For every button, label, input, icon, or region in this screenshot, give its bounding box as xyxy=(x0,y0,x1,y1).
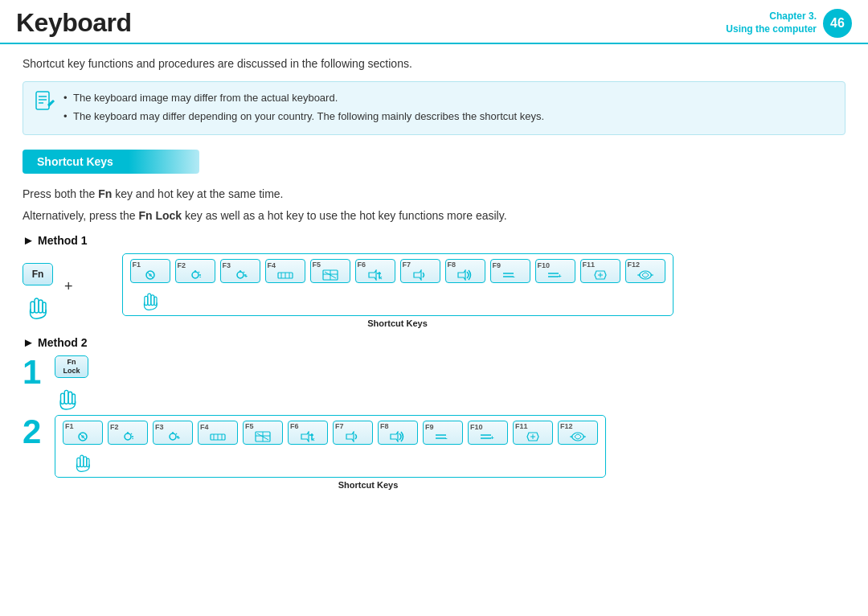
fkey-f12: F12 xyxy=(624,259,666,283)
f2-icon: - xyxy=(188,270,203,280)
f6-icon: × xyxy=(368,269,383,281)
fkey-f2-key: F2 - xyxy=(175,259,215,283)
svg-marker-39 xyxy=(414,270,421,280)
svg-point-64 xyxy=(125,433,131,440)
fkey-f7: F7 xyxy=(399,259,441,283)
fn-key-group: Fn xyxy=(23,263,53,319)
fn-lock-key: FnLock xyxy=(55,355,88,378)
plus-sign: + xyxy=(64,278,73,303)
fkey-f7-key: F7 xyxy=(400,259,440,283)
fkey-f10-m2: F10 + xyxy=(467,421,509,445)
fkey-f10-key: F10 + xyxy=(535,259,575,283)
note-list: The keyboard image may differ from the a… xyxy=(63,90,832,124)
method2-wrap: 1 FnLock 2 F1 xyxy=(23,355,845,491)
svg-rect-8 xyxy=(43,302,46,313)
svg-text:+: + xyxy=(490,434,494,441)
svg-text:-: - xyxy=(199,273,202,279)
svg-text:+: + xyxy=(558,273,562,280)
fkey-f12-key: F12 xyxy=(625,259,665,283)
svg-point-17 xyxy=(192,272,199,278)
svg-line-71 xyxy=(176,433,177,434)
svg-rect-14 xyxy=(147,294,150,305)
fkey-f8: F8 xyxy=(444,259,486,283)
hand-icon xyxy=(24,287,51,319)
svg-rect-13 xyxy=(144,296,147,305)
step2-num: 2 xyxy=(23,415,47,449)
page-badge: 46 xyxy=(823,9,852,38)
svg-line-66 xyxy=(131,433,132,434)
method1-row: Fn + F1 xyxy=(23,253,845,329)
svg-text:-: - xyxy=(132,435,134,441)
svg-marker-86 xyxy=(346,432,354,441)
fkey-f8-key: F8 xyxy=(445,259,485,283)
fkey-f9-key: F9 - xyxy=(490,259,530,283)
svg-rect-16 xyxy=(154,297,156,305)
hand-icon-f1 xyxy=(139,285,162,310)
svg-marker-82 xyxy=(301,432,309,441)
fkey-f6-m2: F6 × xyxy=(287,421,329,445)
svg-text:-: - xyxy=(513,273,515,280)
page-title: Keyboard xyxy=(16,8,132,38)
chapter-label: Chapter 3. Using the computer xyxy=(726,10,817,35)
svg-marker-87 xyxy=(391,432,398,441)
fkey-f2: F2 - xyxy=(174,259,216,283)
method2-step1: 1 FnLock xyxy=(23,355,845,410)
fkey-f3: F3 + xyxy=(219,259,261,283)
f4-icon xyxy=(277,270,293,280)
note-item: The keyboard image may differ from the a… xyxy=(63,90,832,106)
section-heading: Shortcut Keys xyxy=(23,150,845,185)
desc-line-1: Press both the Fn key and hot key at the… xyxy=(23,185,845,203)
note-box: The keyboard image may differ from the a… xyxy=(23,81,845,135)
svg-text:×: × xyxy=(379,274,383,281)
fkey-f1-m2: F1 xyxy=(62,421,104,472)
fkey-f6-key: F6 × xyxy=(355,259,395,283)
method2-step2: 2 F1 xyxy=(23,415,845,491)
fkey-f3-m2: F3 + xyxy=(152,421,194,445)
f12-icon xyxy=(637,269,653,281)
f3-icon: + xyxy=(233,270,248,280)
fkey-f12-m2: F12 xyxy=(557,421,599,445)
fkey-f5: F5 xyxy=(309,259,351,283)
hand-icon-f1-m2 xyxy=(72,446,94,472)
svg-rect-53 xyxy=(64,390,68,404)
section-heading-text: Shortcut Keys xyxy=(23,150,199,174)
f7-icon xyxy=(413,269,428,281)
note-item: The keyboard may differ depending on you… xyxy=(63,109,832,125)
svg-text:+: + xyxy=(244,273,248,279)
f10-icon: + xyxy=(547,270,563,280)
svg-rect-15 xyxy=(150,295,154,306)
f5-icon xyxy=(322,269,338,281)
svg-text:-: - xyxy=(445,434,448,441)
chapter-info: Chapter 3. Using the computer 46 xyxy=(726,9,852,38)
svg-marker-40 xyxy=(458,270,465,280)
intro-text: Shortcut key functions and procedures ar… xyxy=(23,57,845,70)
fkey-f11-m2: F11 xyxy=(512,421,554,445)
page-header: Keyboard Chapter 3. Using the computer 4… xyxy=(0,0,868,44)
f8-icon xyxy=(457,269,473,281)
f1-icon-m2 xyxy=(76,431,90,442)
svg-rect-63 xyxy=(87,458,89,466)
f11-icon xyxy=(593,269,608,281)
fkeys-box-method2: F1 F2 xyxy=(55,415,606,478)
method1-heading: ► Method 1 xyxy=(23,233,845,247)
fkey-f3-key: F3 + xyxy=(220,259,260,283)
svg-line-19 xyxy=(199,272,199,273)
fkey-f4: F4 xyxy=(264,259,306,283)
hand-icon-step1 xyxy=(55,380,80,410)
step1-num: 1 xyxy=(23,355,47,389)
fkey-f5-key: F5 xyxy=(310,259,350,283)
fkey-f10: F10 + xyxy=(534,259,576,283)
f9-icon: - xyxy=(502,270,518,280)
note-icon xyxy=(33,90,55,113)
desc-line-2: Alternatively, press the Fn Lock key as … xyxy=(23,207,845,224)
content-area: Shortcut key functions and procedures ar… xyxy=(0,44,868,503)
fkey-f1: F1 xyxy=(129,259,171,310)
svg-rect-55 xyxy=(72,394,76,404)
fkeys-box-method1: F1 F2 - xyxy=(122,253,674,316)
svg-text:×: × xyxy=(311,436,315,442)
svg-point-69 xyxy=(170,433,176,440)
fkey-f4-key: F4 xyxy=(265,259,305,283)
fkey-f11: F11 xyxy=(579,259,621,283)
shortcut-keys-label-1: Shortcut Keys xyxy=(84,316,711,329)
svg-text:+: + xyxy=(177,435,180,441)
